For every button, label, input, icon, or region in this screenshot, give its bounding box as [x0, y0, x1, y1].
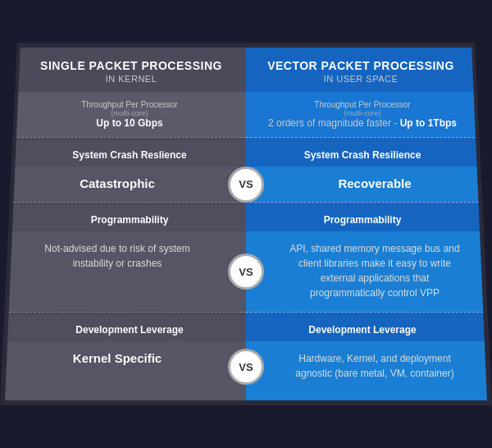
left-dev-header: Development Leverage	[5, 315, 246, 341]
left-crash-value: Catastrophic	[5, 167, 246, 202]
left-throughput-sublabel: (multi-core)	[30, 109, 230, 117]
right-throughput-bold: Up to 1Tbps	[400, 117, 457, 129]
bottom-right	[246, 392, 487, 400]
left-header: SINGLE PACKET PROCESSING IN KERNEL	[5, 48, 246, 93]
left-prog-label: Programmability	[91, 214, 169, 226]
right-prog-text: API, shared memory message bus and clien…	[287, 241, 462, 300]
crash-value-section: Catastrophic VS Recoverable	[5, 167, 487, 202]
left-subtitle: IN KERNEL	[30, 74, 233, 84]
prog-header-row: Programmability Programmability	[5, 205, 487, 231]
right-crash-label: System Crash Resilience	[304, 149, 421, 161]
left-dev-label: Development Leverage	[75, 324, 183, 336]
right-crash-value: Recoverable	[246, 167, 487, 202]
right-title: VECTOR PACKET PROCESSING	[259, 59, 462, 73]
right-throughput-sublabel: (multi-core)	[262, 109, 462, 117]
left-crash-header: System Crash Reslience	[5, 140, 246, 167]
left-throughput-label: Throughput Per Processor	[30, 100, 230, 109]
left-prog-header: Programmability	[5, 205, 246, 231]
right-throughput-value: 2 orders of magnitude faster - Up to 1Tb…	[262, 117, 462, 129]
right-header: VECTOR PACKET PROCESSING IN USER SPACE	[246, 48, 487, 93]
comparison-card: SINGLE PACKET PROCESSING IN KERNEL VECTO…	[0, 43, 492, 406]
right-dev-value: Hardware, Kernel, and deployment agnosti…	[246, 341, 487, 392]
right-prog-header: Programmability	[246, 205, 487, 231]
right-throughput: Throughput Per Processor (multi-core) 2 …	[246, 92, 487, 137]
right-dev-label: Development Leverage	[308, 324, 416, 336]
right-prog-value: API, shared memory message bus and clien…	[246, 231, 487, 312]
comparison-table: SINGLE PACKET PROCESSING IN KERNEL VECTO…	[5, 48, 487, 401]
prog-value-section: Not-advised due to risk of system instab…	[5, 231, 487, 312]
right-dev-text: Hardware, Kernel, and deployment agnosti…	[287, 351, 462, 381]
right-prog-label: Programmability	[324, 214, 402, 226]
dev-header-row: Development Leverage Development Leverag…	[5, 315, 487, 341]
right-subtitle: IN USER SPACE	[259, 74, 462, 84]
left-dev-value: Kernel Specific	[5, 341, 246, 392]
left-prog-value: Not-advised due to risk of system instab…	[5, 231, 246, 312]
dev-value-section: Kernel Specific VS Hardware, Kernel, and…	[5, 341, 487, 392]
right-crash-header: System Crash Resilience	[246, 140, 487, 167]
crash-header-row: System Crash Reslience System Crash Resi…	[5, 140, 487, 167]
left-dev-text: Kernel Specific	[30, 351, 205, 365]
bottom-left	[5, 392, 246, 400]
left-title: SINGLE PACKET PROCESSING	[30, 59, 233, 73]
left-crash-text: Catastrophic	[30, 176, 205, 190]
left-prog-text: Not-advised due to risk of system instab…	[30, 241, 205, 271]
bottom-spacer	[5, 392, 487, 400]
right-throughput-label: Throughput Per Processor	[262, 100, 462, 109]
left-crash-label: System Crash Reslience	[72, 149, 186, 161]
throughput-row: Throughput Per Processor (multi-core) Up…	[5, 92, 487, 137]
left-throughput-value: Up to 10 Gbps	[30, 117, 230, 129]
right-dev-header: Development Leverage	[246, 315, 487, 341]
right-crash-text: Recoverable	[287, 176, 462, 190]
left-throughput: Throughput Per Processor (multi-core) Up…	[5, 92, 246, 137]
header-row: SINGLE PACKET PROCESSING IN KERNEL VECTO…	[5, 48, 487, 93]
